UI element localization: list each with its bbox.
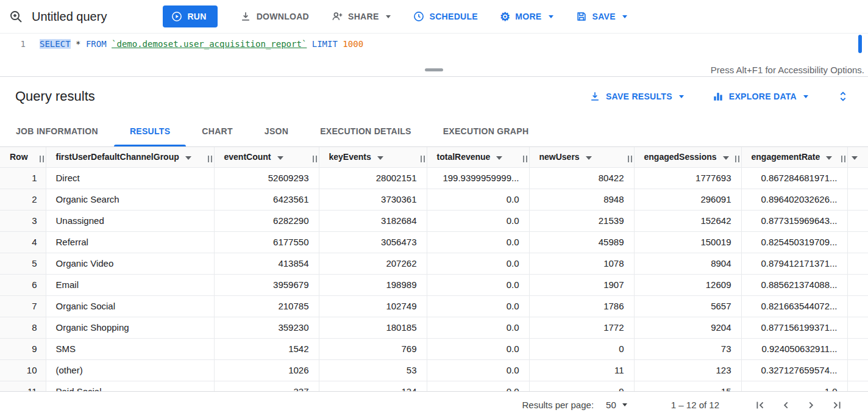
new-users-cell: 80422 (529, 167, 634, 189)
key-events-cell: 53 (319, 359, 427, 381)
column-header-totalrevenue[interactable]: totalRevenue (427, 147, 529, 167)
explore-data-label: EXPLORE DATA (729, 92, 797, 101)
accessibility-hint: Press Alt+F1 for Accessibility Options. (711, 64, 864, 76)
sql-star: * (71, 39, 86, 49)
share-button[interactable]: SHARE (331, 10, 391, 23)
engaged-sessions-cell: 152642 (634, 210, 741, 231)
engaged-sessions-cell: 5657 (634, 295, 741, 317)
save-dropdown-icon (622, 15, 627, 18)
column-menu-icon[interactable] (377, 156, 383, 160)
tab-execution-graph[interactable]: EXECUTION GRAPH (427, 116, 545, 146)
new-users-cell: 0 (529, 338, 634, 359)
engagement-rate-cell: 0.885621374088... (741, 274, 847, 295)
unfold-results-button[interactable] (836, 90, 850, 103)
new-users-cell: 9 (529, 381, 634, 391)
channel-group-cell: Paid Social (46, 381, 214, 391)
column-header-newusers[interactable]: newUsers (529, 147, 634, 167)
explore-data-button[interactable]: EXPLORE DATA (712, 90, 808, 103)
row-number-cell: 5 (0, 253, 46, 274)
tab-execution-details[interactable]: EXECUTION DETAILS (304, 116, 427, 146)
column-header-keyevents[interactable]: keyEvents (319, 147, 427, 167)
table-row: 7 Organic Social 210785 102749 0.0 1786 … (0, 295, 868, 317)
row-number-cell: 1 (0, 167, 46, 189)
key-events-cell: 28002151 (319, 167, 427, 189)
column-menu-icon[interactable] (826, 156, 832, 160)
tab-chart[interactable]: CHART (186, 116, 249, 146)
channel-group-cell: Referral (46, 231, 214, 253)
row-number-cell: 7 (0, 295, 46, 317)
save-results-label: SAVE RESULTS (606, 92, 672, 101)
column-header-clipped[interactable] (847, 147, 868, 167)
row-number-cell: 8 (0, 317, 46, 338)
clipped-cell (847, 253, 868, 274)
column-header-engagementrate[interactable]: engagementRate (741, 147, 847, 167)
results-title: Query results (15, 88, 95, 104)
column-header-eventcount[interactable]: eventCount (214, 147, 319, 167)
chevron-right-icon (805, 398, 818, 412)
column-resize-handle[interactable] (208, 156, 212, 162)
editor-footer: Press Alt+F1 for Accessibility Options. (0, 64, 868, 77)
event-count-cell: 359230 (214, 317, 319, 338)
first-page-button[interactable] (753, 398, 767, 412)
column-resize-handle[interactable] (40, 156, 44, 162)
column-menu-icon[interactable] (586, 156, 592, 160)
sql-table-reference[interactable]: `demo.demoset.user_acquisition_report` (112, 39, 307, 49)
chevron-left-icon (779, 398, 792, 412)
page-size-select[interactable]: 50 (606, 400, 627, 410)
column-header-row[interactable]: Row (0, 147, 46, 167)
column-header-firstuserdefaultchannelgroup[interactable]: firstUserDefaultChannelGroup (46, 147, 214, 167)
sql-code-line[interactable]: SELECT * FROM `demo.demoset.user_acquisi… (40, 39, 363, 49)
column-resize-handle[interactable] (313, 156, 317, 162)
channel-group-cell: (other) (46, 359, 214, 381)
panel-resize-handle[interactable] (425, 68, 443, 71)
save-button[interactable]: SAVE (575, 10, 627, 23)
column-resize-handle[interactable] (421, 156, 425, 162)
previous-page-button[interactable] (779, 398, 792, 412)
engaged-sessions-cell: 150019 (634, 231, 741, 253)
table-row: 5 Organic Video 413854 207262 0.0 1078 8… (0, 253, 868, 274)
unfold-icon (836, 90, 850, 103)
column-menu-icon[interactable] (185, 156, 191, 160)
tab-results[interactable]: RESULTS (114, 116, 186, 146)
new-users-cell: 1772 (529, 317, 634, 338)
run-button[interactable]: RUN (163, 5, 217, 27)
more-button[interactable]: ⚙ MORE (500, 11, 553, 23)
column-resize-handle[interactable] (841, 156, 845, 162)
total-revenue-cell: 0.0 (427, 231, 529, 253)
save-results-button[interactable]: SAVE RESULTS (589, 90, 684, 103)
new-users-cell: 21539 (529, 210, 634, 231)
row-number-cell: 11 (0, 381, 46, 391)
column-header-engagedsessions[interactable]: engagedSessions (634, 147, 741, 167)
tab-job-information[interactable]: JOB INFORMATION (0, 116, 114, 146)
table-row: 2 Organic Search 6423561 3730361 0.0 894… (0, 189, 868, 210)
results-actions: SAVE RESULTS EXPLORE DATA (589, 90, 850, 103)
clipped-cell (847, 381, 868, 391)
column-resize-handle[interactable] (628, 156, 632, 162)
column-menu-icon[interactable] (723, 156, 729, 160)
download-button[interactable]: DOWNLOAD (240, 10, 309, 23)
last-page-button[interactable] (830, 398, 844, 412)
results-table: Row firstUserDefaultChannelGroup eventCo… (0, 147, 868, 391)
column-menu-icon[interactable] (496, 156, 502, 160)
download-label: DOWNLOAD (257, 12, 309, 21)
key-events-cell: 769 (319, 338, 427, 359)
column-resize-handle[interactable] (735, 156, 739, 162)
last-page-icon (830, 398, 844, 412)
schedule-button[interactable]: SCHEDULE (413, 10, 478, 23)
column-resize-handle[interactable] (523, 156, 527, 162)
column-menu-icon[interactable] (277, 156, 283, 160)
event-count-cell: 413854 (214, 253, 319, 274)
engaged-sessions-cell: 123 (634, 359, 741, 381)
table-row: 9 SMS 1542 769 0.0 0 73 0.924050632911..… (0, 338, 868, 359)
editor-scrollbar-thumb[interactable] (858, 35, 862, 53)
next-page-button[interactable] (805, 398, 818, 412)
total-revenue-cell: 0.0 (427, 274, 529, 295)
total-revenue-cell: 0.0 (427, 338, 529, 359)
column-menu-icon[interactable] (852, 156, 858, 160)
event-count-cell: 210785 (214, 295, 319, 317)
sql-limit-value: 1000 (343, 39, 363, 49)
new-users-cell: 1078 (529, 253, 634, 274)
engagement-rate-cell: 0.896402032626... (741, 189, 847, 210)
tab-json[interactable]: JSON (249, 116, 304, 146)
sql-editor[interactable]: 1 SELECT * FROM `demo.demoset.user_acqui… (0, 34, 868, 64)
